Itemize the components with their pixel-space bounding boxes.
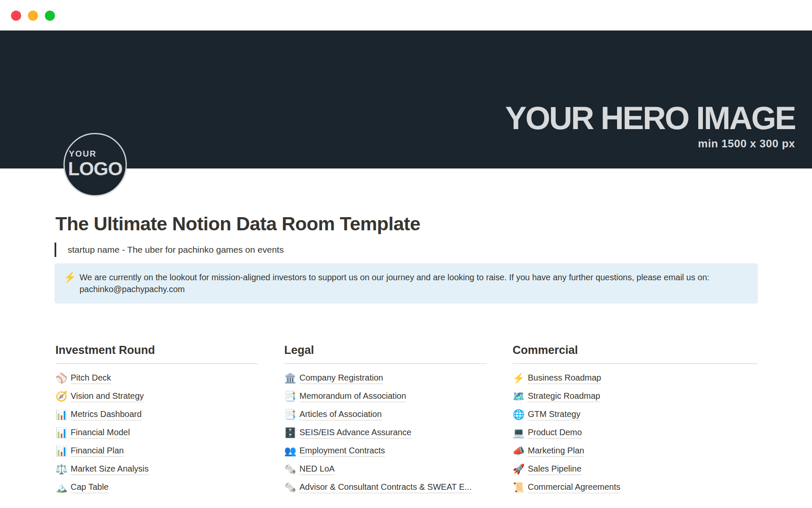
quote-block: startup name - The uber for pachinko gam… (55, 243, 284, 257)
column-investment-round: Investment Round ⚾Pitch Deck🧭Vision and … (55, 344, 258, 508)
page-link-label[interactable]: Sales Pipeline (528, 464, 582, 475)
page-link-row[interactable]: 🗄️SEIS/EIS Advance Assurance (284, 424, 487, 442)
notion-data-room-page: { "window": { "controls": [ {"name": "cl… (0, 0, 812, 508)
link-list: ⚾Pitch Deck🧭Vision and Strategy📊Metrics … (55, 369, 258, 508)
column-commercial: Commercial ⚡Business Roadmap🗺️Strategic … (513, 344, 758, 508)
page-link-label[interactable]: Employment Contracts (299, 446, 385, 457)
partial-next-link-row[interactable] (284, 497, 487, 508)
page-link-row[interactable]: 👥Employment Contracts (284, 442, 487, 460)
page-link-row[interactable]: 📊Financial Model (55, 424, 258, 442)
page-link-row[interactable]: 📑Articles of Association (284, 406, 487, 424)
bar-chart-icon: 📊 (55, 446, 71, 456)
page-link-row[interactable]: 💻Product Demo (513, 424, 758, 442)
hero-size-hint: min 1500 x 300 px (698, 137, 795, 150)
page-link-label[interactable]: Company Registration (299, 373, 383, 384)
balance-scale-icon: ⚖️ (55, 464, 71, 474)
page-title: The Ultimate Notion Data Room Template (55, 213, 420, 235)
close-window-button[interactable] (11, 11, 21, 21)
page-link-row[interactable]: ⚖️Market Size Analysis (55, 460, 258, 478)
logo-text-bottom: LOGO (68, 159, 123, 178)
globe-icon: 🌐 (513, 410, 528, 420)
partial-next-link-row[interactable] (513, 497, 758, 508)
divider (55, 363, 258, 364)
page-link-row[interactable]: ⚡Business Roadmap (513, 369, 758, 387)
snow-capped-mountain-icon: 🏔️ (55, 483, 71, 492)
link-list: 🏛️Company Registration📑Memorandum of Ass… (284, 369, 487, 508)
partial-next-link-row[interactable] (55, 497, 258, 508)
bookmark-tabs-icon: 📑 (284, 410, 299, 420)
page-link-row[interactable]: 🏛️Company Registration (284, 369, 487, 387)
bar-chart-icon: 📊 (55, 428, 71, 438)
page-link-row[interactable]: 📑Memorandum of Association (284, 387, 487, 406)
page-link-label[interactable]: Pitch Deck (71, 373, 111, 384)
link-list: ⚡Business Roadmap🗺️Strategic Roadmap🌐GTM… (513, 369, 758, 508)
laptop-icon: 💻 (513, 428, 528, 438)
rocket-icon: 🚀 (513, 464, 528, 474)
file-cabinet-icon: 🗄️ (284, 428, 299, 438)
column-heading: Legal (284, 344, 487, 356)
page-link-row[interactable]: 🌐GTM Strategy (513, 406, 758, 424)
column-heading: Commercial (513, 344, 758, 356)
page-link-label[interactable]: Advisor & Consultant Contracts & SWEAT E… (299, 482, 472, 493)
classical-building-icon: 🏛️ (284, 373, 299, 383)
page-logo-icon[interactable]: YOUR LOGO (63, 133, 127, 196)
callout-line1: We are currently on the lookout for miss… (80, 273, 709, 282)
window-titlebar (0, 0, 812, 30)
logo-text-top: YOUR (69, 149, 123, 158)
page-link-label[interactable]: SEIS/EIS Advance Assurance (299, 428, 411, 439)
compass-icon: 🧭 (55, 392, 71, 401)
lightning-icon: ⚡ (513, 373, 528, 383)
page-link-row[interactable]: 🗞️Advisor & Consultant Contracts & SWEAT… (284, 478, 487, 497)
world-map-icon: 🗺️ (513, 392, 528, 401)
page-link-label[interactable]: Commercial Agreements (528, 482, 620, 493)
page-link-row[interactable]: 📣Marketing Plan (513, 442, 758, 460)
zoom-window-button[interactable] (45, 11, 55, 21)
busts-in-silhouette-icon: 👥 (284, 446, 299, 456)
rolled-document-icon: 🗞️ (284, 464, 299, 474)
page-link-row[interactable]: 📜Commercial Agreements (513, 478, 758, 497)
page-link-label[interactable]: Metrics Dashboard (71, 409, 142, 420)
page-link-label[interactable]: NED LoA (299, 464, 335, 475)
page-link-label[interactable]: Marketing Plan (528, 446, 584, 457)
page-link-row[interactable]: 🗞️NED LoA (284, 460, 487, 478)
page-link-label[interactable]: Financial Plan (71, 446, 124, 457)
page-link-row[interactable]: 🗺️Strategic Roadmap (513, 387, 758, 406)
page-link-label[interactable]: Strategic Roadmap (528, 391, 600, 402)
page-link-row[interactable]: 🧭Vision and Strategy (55, 387, 258, 406)
page-link-row[interactable]: 🏔️Cap Table (55, 478, 258, 497)
logo-text: YOUR LOGO (68, 149, 123, 178)
page-link-label[interactable]: Market Size Analysis (71, 464, 149, 475)
quote-text: startup name - The uber for pachinko gam… (68, 245, 284, 255)
callout-text: We are currently on the lookout for miss… (80, 271, 709, 295)
callout-line2: pachinko@pachypachy.com (80, 284, 185, 294)
minimize-window-button[interactable] (28, 11, 38, 21)
page-link-label[interactable]: Business Roadmap (528, 373, 601, 384)
column-heading: Investment Round (55, 344, 258, 356)
page-link-label[interactable]: Vision and Strategy (71, 391, 144, 402)
page-link-label[interactable]: Financial Model (71, 428, 130, 439)
page-link-label[interactable]: Memorandum of Association (299, 391, 406, 402)
scroll-icon: 📜 (513, 483, 528, 492)
page-link-row[interactable]: 📊Metrics Dashboard (55, 406, 258, 424)
divider (284, 363, 487, 364)
divider (513, 363, 758, 364)
page-link-label[interactable]: GTM Strategy (528, 409, 580, 420)
callout-block: ⚡ We are currently on the lookout for mi… (55, 263, 758, 304)
page-link-label[interactable]: Product Demo (528, 428, 582, 439)
column-legal: Legal 🏛️Company Registration📑Memorandum … (284, 344, 487, 508)
baseball-icon: ⚾ (55, 373, 71, 383)
rolled-document-icon: 🗞️ (284, 483, 299, 492)
page-link-row[interactable]: 📊Financial Plan (55, 442, 258, 460)
bar-chart-icon: 📊 (55, 410, 71, 420)
bookmark-tabs-icon: 📑 (284, 392, 299, 401)
megaphone-icon: 📣 (513, 446, 528, 456)
page-link-row[interactable]: ⚾Pitch Deck (55, 369, 258, 387)
page-link-label[interactable]: Cap Table (71, 482, 109, 493)
lightning-icon: ⚡ (63, 271, 80, 283)
hero-headline: YOUR HERO IMAGE (505, 102, 796, 134)
page-link-row[interactable]: 🚀Sales Pipeline (513, 460, 758, 478)
page-link-label[interactable]: Articles of Association (299, 409, 382, 420)
